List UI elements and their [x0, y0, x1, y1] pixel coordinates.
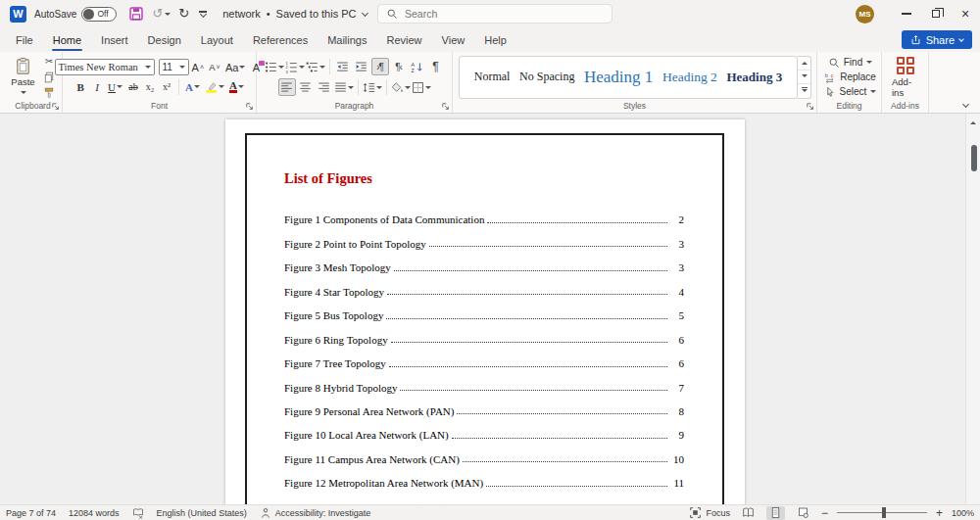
redo-icon[interactable]: ↻ [178, 6, 189, 22]
undo-dropdown-icon[interactable] [165, 13, 171, 19]
proofing-button[interactable] [132, 507, 144, 519]
tab-layout[interactable]: Layout [191, 27, 243, 52]
font-color-button[interactable]: A [227, 78, 246, 95]
strikethrough-button[interactable]: ab [125, 78, 141, 95]
replace-button[interactable]: Replace [824, 71, 876, 84]
share-button[interactable]: Share [902, 30, 972, 49]
style-heading-1[interactable]: Heading 1 [584, 68, 653, 87]
styles-gallery-more-button[interactable] [798, 84, 810, 97]
style-normal[interactable]: Normal [474, 70, 511, 84]
paragraph-dialog-launcher-icon[interactable] [441, 102, 450, 111]
close-button[interactable]: × [951, 0, 980, 27]
text-effects-button[interactable]: A [183, 78, 202, 95]
multilevel-list-button[interactable] [306, 58, 325, 75]
align-left-button[interactable] [278, 78, 296, 96]
tab-view[interactable]: View [432, 27, 475, 52]
tab-insert[interactable]: Insert [91, 27, 138, 52]
document-title[interactable]: network • Saved to this PC [222, 8, 367, 20]
tab-file[interactable]: File [6, 27, 43, 52]
highlight-button[interactable] [203, 78, 226, 95]
show-marks-button[interactable]: ¶ [427, 58, 445, 75]
find-button[interactable]: Find [828, 56, 872, 70]
autosave-control[interactable]: AutoSave Off [34, 7, 117, 22]
customize-qat-icon[interactable] [199, 11, 207, 16]
zoom-level[interactable]: 100% [952, 508, 974, 518]
web-layout-button[interactable] [794, 506, 812, 520]
zoom-in-button[interactable]: + [936, 508, 943, 518]
superscript-button[interactable]: x² [159, 78, 174, 95]
format-painter-button[interactable] [40, 86, 58, 100]
word-logo-icon[interactable]: W [10, 6, 26, 23]
user-avatar[interactable]: MS [856, 5, 874, 24]
line-spacing-button[interactable] [363, 78, 382, 96]
toc-dot-leader [457, 413, 667, 414]
decrease-indent-button[interactable] [334, 58, 352, 75]
minimize-button[interactable] [892, 0, 921, 27]
collapse-ribbon-icon[interactable] [962, 101, 969, 108]
scrollbar-thumb[interactable] [971, 145, 977, 171]
subscript-button[interactable]: x₂ [142, 78, 158, 95]
shading-button[interactable] [391, 78, 411, 96]
restore-button[interactable] [921, 0, 951, 27]
styles-scroll-down-button[interactable] [798, 71, 810, 84]
shrink-font-button[interactable]: A˅ [207, 59, 222, 75]
font-name-combo[interactable]: Times New Roman [55, 59, 155, 75]
tab-references[interactable]: References [243, 27, 318, 52]
numbering-icon [285, 61, 298, 73]
style-heading-2[interactable]: Heading 2 [662, 70, 717, 85]
clipboard-dialog-launcher-icon[interactable] [51, 102, 60, 111]
tab-home[interactable]: Home [43, 27, 91, 52]
align-center-button[interactable] [297, 78, 315, 96]
align-right-button[interactable] [316, 78, 333, 96]
print-layout-button[interactable] [766, 506, 785, 520]
tab-design[interactable]: Design [138, 27, 191, 52]
vertical-scrollbar[interactable] [965, 114, 980, 504]
ltr-text-direction-button[interactable]: ›¶ [371, 58, 389, 75]
style-heading-3[interactable]: Heading 3 [726, 70, 782, 85]
zoom-slider[interactable] [837, 512, 927, 514]
styles-dialog-launcher-icon[interactable] [806, 102, 814, 111]
borders-button[interactable] [412, 78, 431, 96]
grow-font-button[interactable]: A˄ [190, 59, 206, 75]
page-indicator[interactable]: Page 7 of 74 [6, 508, 56, 518]
word-count[interactable]: 12084 words [69, 508, 120, 518]
font-size-combo[interactable]: 11 [159, 59, 189, 75]
style-no-spacing[interactable]: No Spacing [519, 70, 574, 84]
sort-button[interactable] [409, 58, 426, 75]
underline-button[interactable]: U [106, 78, 124, 95]
language-indicator[interactable]: English (United States) [157, 508, 247, 518]
gallery-more-icon [802, 87, 808, 95]
tab-review[interactable]: Review [377, 27, 432, 52]
addins-button[interactable]: Add-ins [882, 52, 928, 100]
increase-indent-button[interactable] [353, 58, 370, 75]
document-page[interactable]: List of Figures Figure 1 Components of D… [225, 119, 745, 504]
change-case-button[interactable]: Aa [223, 59, 247, 75]
scrollbar-up-icon[interactable] [970, 118, 976, 124]
undo-icon[interactable]: ↺ [152, 6, 163, 22]
autosave-toggle[interactable]: Off [81, 7, 117, 22]
bold-button[interactable]: B [73, 78, 88, 95]
rtl-text-direction-button[interactable]: ¶‹ [390, 58, 408, 75]
bullets-button[interactable] [265, 58, 284, 75]
select-button[interactable]: Select [824, 85, 877, 99]
styles-scroll-up-button[interactable] [798, 57, 810, 71]
numbering-button[interactable] [285, 58, 305, 75]
search-input[interactable] [405, 8, 591, 20]
toc-entry-label: Figure 3 Mesh Topology [284, 261, 391, 273]
italic-button[interactable]: I [89, 78, 105, 95]
search-box[interactable] [377, 4, 612, 24]
accessibility-button[interactable]: Accessibility: Investigate [260, 507, 371, 519]
toc-dot-leader [400, 390, 667, 391]
tab-mailings[interactable]: Mailings [318, 27, 376, 52]
zoom-out-button[interactable]: − [821, 508, 828, 518]
title-separator: • [267, 8, 270, 20]
paste-button[interactable]: Paste [8, 55, 38, 100]
focus-button[interactable]: Focus [689, 506, 730, 519]
font-dialog-launcher-icon[interactable] [245, 102, 254, 111]
tab-help[interactable]: Help [474, 27, 516, 52]
save-icon[interactable] [128, 6, 144, 22]
toc-entry-label: Figure 7 Tree Topology [284, 357, 386, 369]
read-mode-button[interactable] [739, 506, 758, 520]
zoom-slider-thumb[interactable] [882, 507, 886, 518]
justify-button[interactable] [334, 78, 354, 96]
